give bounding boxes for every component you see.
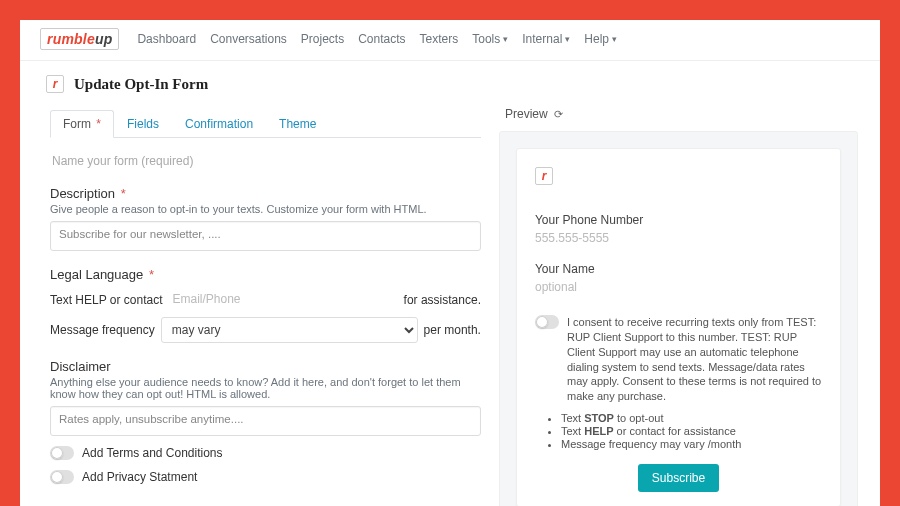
disclaimer-textarea[interactable]: Rates apply, unsubscribe anytime.... bbox=[50, 406, 481, 436]
chevron-down-icon: ▾ bbox=[565, 34, 570, 44]
description-label-text: Description bbox=[50, 186, 115, 201]
brand-logo[interactable]: rumbleup bbox=[40, 28, 119, 50]
preview-name-label: Your Name bbox=[535, 262, 822, 276]
chevron-down-icon: ▾ bbox=[612, 34, 617, 44]
preview-pane: Preview ⟳ r Your Phone Number Your Name … bbox=[499, 99, 858, 506]
legal-label-text: Legal Language bbox=[50, 267, 143, 282]
nav-tools[interactable]: Tools▾ bbox=[472, 32, 508, 46]
preview-card: r Your Phone Number Your Name I consent … bbox=[516, 148, 841, 506]
preview-bullets: Text STOP to opt-outText HELP or contact… bbox=[561, 412, 822, 450]
legal-help-row: Text HELP or contact for assistance. bbox=[50, 290, 481, 309]
required-marker: * bbox=[117, 186, 126, 201]
nav-contacts[interactable]: Contacts bbox=[358, 32, 405, 46]
form-body: Description * Give people a reason to op… bbox=[42, 138, 489, 494]
required-marker: * bbox=[93, 117, 101, 131]
tab-label: Form bbox=[63, 117, 91, 131]
preview-header-text: Preview bbox=[505, 107, 548, 121]
description-hint: Give people a reason to opt-in to your t… bbox=[50, 203, 481, 215]
toggle-terms-label: Add Terms and Conditions bbox=[82, 446, 223, 460]
toggle-privacy[interactable] bbox=[50, 470, 74, 484]
form-name-input[interactable] bbox=[50, 148, 481, 174]
page-header: r Update Opt-In Form bbox=[20, 61, 880, 99]
legal-help-suffix: for assistance. bbox=[404, 293, 481, 307]
preview-bullet: Text HELP or contact for assistance bbox=[561, 425, 822, 437]
brand-mini-icon: r bbox=[46, 75, 64, 93]
nav-projects[interactable]: Projects bbox=[301, 32, 344, 46]
toggle-privacy-label: Add Privacy Statment bbox=[82, 470, 197, 484]
tab-label: Fields bbox=[127, 117, 159, 131]
tab-confirmation[interactable]: Confirmation bbox=[172, 110, 266, 138]
brand-right: up bbox=[95, 31, 113, 47]
preview-header: Preview ⟳ bbox=[499, 99, 858, 127]
preview-brand-icon: r bbox=[535, 167, 553, 185]
preview-bullet: Message frequency may vary /month bbox=[561, 438, 822, 450]
preview-phone-label: Your Phone Number bbox=[535, 213, 822, 227]
tab-label: Confirmation bbox=[185, 117, 253, 131]
toggle-terms-row: Add Terms and Conditions bbox=[50, 446, 481, 460]
tab-label: Theme bbox=[279, 117, 316, 131]
page-title: Update Opt-In Form bbox=[74, 76, 208, 93]
toggle-privacy-row: Add Privacy Statment bbox=[50, 470, 481, 484]
preview-phone-input[interactable] bbox=[535, 227, 822, 252]
legal-contact-input[interactable] bbox=[169, 290, 289, 309]
brand-left: rumble bbox=[47, 31, 95, 47]
legal-freq-suffix: per month. bbox=[424, 323, 481, 337]
disclaimer-hint: Anything else your audience needs to kno… bbox=[50, 376, 481, 400]
tab-form[interactable]: Form * bbox=[50, 110, 114, 138]
app-window: rumbleup DashboardConversationsProjectsC… bbox=[20, 20, 880, 506]
legal-freq-row: Message frequency may vary per month. bbox=[50, 317, 481, 343]
editor-pane: Form *FieldsConfirmationTheme Descriptio… bbox=[42, 99, 499, 506]
top-nav: rumbleup DashboardConversationsProjectsC… bbox=[20, 20, 880, 61]
description-label: Description * bbox=[50, 186, 481, 201]
preview-bullet: Text STOP to opt-out bbox=[561, 412, 822, 424]
chevron-down-icon: ▾ bbox=[503, 34, 508, 44]
preview-consent-toggle[interactable] bbox=[535, 315, 559, 329]
tab-theme[interactable]: Theme bbox=[266, 110, 329, 138]
preview-consent-text: I consent to receive recurring texts onl… bbox=[567, 315, 822, 404]
legal-freq-label: Message frequency bbox=[50, 323, 155, 337]
refresh-icon[interactable]: ⟳ bbox=[554, 108, 563, 121]
preview-name-input[interactable] bbox=[535, 276, 822, 301]
nav-internal[interactable]: Internal▾ bbox=[522, 32, 570, 46]
legal-freq-select[interactable]: may vary bbox=[161, 317, 418, 343]
nav-conversations[interactable]: Conversations bbox=[210, 32, 287, 46]
preview-consent-row: I consent to receive recurring texts onl… bbox=[535, 315, 822, 404]
legal-label: Legal Language * bbox=[50, 267, 481, 282]
toggle-terms[interactable] bbox=[50, 446, 74, 460]
subscribe-button[interactable]: Subscribe bbox=[638, 464, 719, 492]
required-marker: * bbox=[145, 267, 154, 282]
preview-panel: r Your Phone Number Your Name I consent … bbox=[499, 131, 858, 506]
tab-fields[interactable]: Fields bbox=[114, 110, 172, 138]
description-textarea[interactable]: Subscribe for our newsletter, .... bbox=[50, 221, 481, 251]
nav-texters[interactable]: Texters bbox=[420, 32, 459, 46]
nav-help[interactable]: Help▾ bbox=[584, 32, 617, 46]
nav-dashboard[interactable]: Dashboard bbox=[137, 32, 196, 46]
editor-tabs: Form *FieldsConfirmationTheme bbox=[50, 109, 481, 138]
disclaimer-label: Disclaimer bbox=[50, 359, 481, 374]
nav-links: DashboardConversationsProjectsContactsTe… bbox=[137, 32, 617, 46]
legal-help-prefix: Text HELP or contact bbox=[50, 293, 163, 307]
